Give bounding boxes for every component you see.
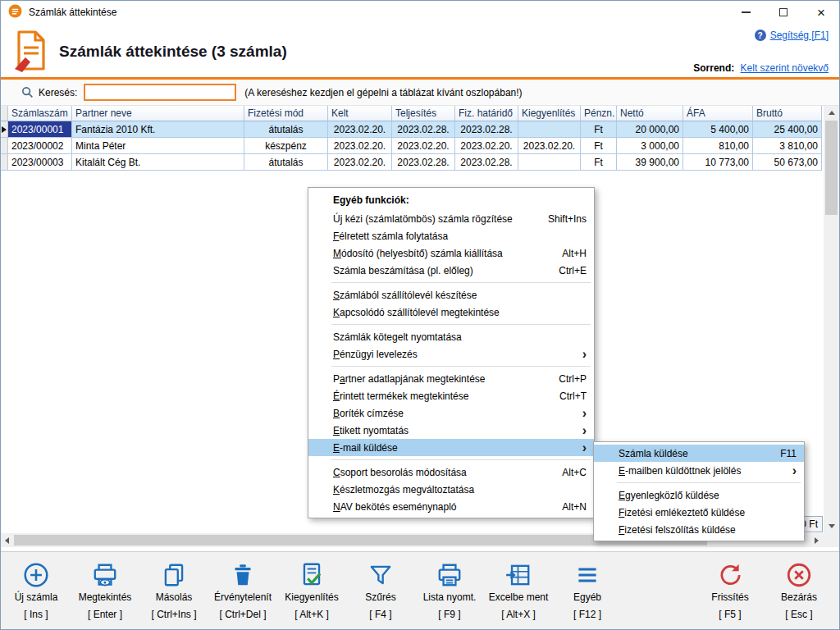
submenu-item[interactable]: Fizetési felszólítás küldése <box>594 521 804 538</box>
vertical-scrollbar[interactable] <box>824 106 839 533</box>
context-menu-title: Egyéb funkciók: <box>308 190 594 210</box>
maximize-button[interactable] <box>765 0 802 25</box>
vertical-scroll-thumb[interactable] <box>825 121 838 215</box>
help-link[interactable]: Segítség [F1] <box>755 30 829 41</box>
sort-order: Sorrend: Kelt szerint növekvő <box>693 62 829 74</box>
toolbar-button-label: Kiegyenlítés <box>285 591 338 603</box>
submenu-item[interactable]: Fizetési emlékeztető küldése <box>594 504 804 521</box>
column-header[interactable]: Számlaszám <box>8 106 72 121</box>
scroll-up-button[interactable] <box>824 106 839 120</box>
menu-item-label: Számlák kötegelt nyomtatása <box>333 331 462 343</box>
submenu-arrow-icon <box>582 407 587 420</box>
table-cell: 10 773,00 <box>683 154 753 171</box>
menu-item[interactable]: Új kézi (számlatömbös) számla rögzítéseS… <box>308 210 594 227</box>
menu-item-label: Számlából szállítólevél készítése <box>333 290 477 301</box>
maximize-icon <box>779 8 788 16</box>
arrow-down-icon <box>829 524 835 528</box>
menu-separator <box>617 482 801 483</box>
page-header: Számlák áttekintése (3 számla) Segítség … <box>0 25 840 77</box>
table-row[interactable]: 2023/00001Fantázia 2010 Kft.átutalás2023… <box>0 121 824 138</box>
submenu-items: Számla küldéseF11E-mailben küldöttnek je… <box>594 445 804 538</box>
toolbar-button-copy[interactable]: Másolás[ Ctrl+Ins ] <box>139 559 208 620</box>
table-cell: 2023.02.20. <box>328 121 392 138</box>
close-icon <box>817 6 825 20</box>
close-button[interactable] <box>802 0 840 25</box>
scroll-left-button[interactable] <box>0 533 14 547</box>
menu-item[interactable]: Számlából szállítólevél készítése <box>308 286 594 304</box>
toolbar-button-print-list[interactable]: Lista nyomt.[ F9 ] <box>415 559 484 620</box>
printer-icon <box>436 559 463 591</box>
submenu-arrow-icon <box>792 464 797 477</box>
scroll-down-button[interactable] <box>824 519 839 533</box>
menu-item-label: Pénzügyi levelezés <box>333 349 418 360</box>
menu-item-label: Érintett termékek megtekintése <box>333 390 468 402</box>
toolbar-button-label: Egyéb <box>573 591 601 603</box>
toolbar-button-settlement[interactable]: Kiegyenlítés[ Alt+K ] <box>277 559 346 620</box>
table-cell: 2023/00002 <box>8 138 72 154</box>
toolbar-button-view[interactable]: Megtekintés[ Enter ] <box>71 559 139 620</box>
menu-item-label: E-mailben küldöttnek jelölés <box>619 465 741 477</box>
menu-item[interactable]: Etikett nyomtatás <box>308 422 594 439</box>
toolbar-button-invalidate[interactable]: Érvénytelenít[ Ctrl+Del ] <box>208 559 277 620</box>
menu-item-label: Fizetési felszólítás küldése <box>619 524 736 536</box>
scrollbar-corner <box>824 533 839 547</box>
column-header[interactable]: Kiegyenlítés <box>518 106 581 121</box>
menu-item[interactable]: Érintett termékek megtekintéseCtrl+T <box>308 387 594 404</box>
submenu-item[interactable]: Egyenlegközlő küldése <box>594 486 804 504</box>
menu-item-label: Boríték címzése <box>333 408 404 419</box>
menu-item[interactable]: Partner adatlapjának megtekintéseCtrl+P <box>308 370 594 387</box>
column-header[interactable]: Pénzn. <box>581 106 617 121</box>
toolbar-button-shortcut: [ F12 ] <box>573 609 601 620</box>
toolbar-button-new-invoice[interactable]: Új számla[ Ins ] <box>2 559 71 620</box>
column-header[interactable]: Fizetési mód <box>244 106 328 121</box>
current-row-arrow-icon <box>2 126 7 133</box>
toolbar-button-label: Szűrés <box>365 591 395 603</box>
menu-item[interactable]: Csoport besorolás módosításaAlt+C <box>308 463 594 481</box>
column-header[interactable]: Bruttó <box>753 106 822 121</box>
table-cell: Fantázia 2010 Kft. <box>72 121 244 138</box>
menu-item[interactable]: NAV bekötés eseménynaplóAlt+N <box>308 498 594 515</box>
menu-item[interactable]: Pénzügyi levelezés <box>308 345 594 363</box>
column-header[interactable]: Kelt <box>328 106 392 121</box>
menu-item[interactable]: Boríték címzése <box>308 404 594 422</box>
scroll-right-button[interactable] <box>810 533 824 547</box>
search-input[interactable] <box>84 84 236 101</box>
column-header[interactable]: Partner neve <box>72 106 244 121</box>
submenu-arrow-icon <box>582 441 587 454</box>
help-link-label: Segítség [F1] <box>770 30 829 41</box>
minimize-button[interactable] <box>727 0 765 25</box>
column-header[interactable]: ÁFA <box>683 106 753 121</box>
sort-order-link[interactable]: Kelt szerint növekvő <box>741 62 829 74</box>
doc-check-icon <box>298 559 326 591</box>
table-cell: 2023.02.20. <box>328 154 392 171</box>
table-cell: 2023.02.20. <box>455 138 518 154</box>
submenu-item[interactable]: Számla küldéseF11 <box>594 445 804 462</box>
toolbar-button-refresh[interactable]: Frissítés[ F5 ] <box>696 559 765 620</box>
table-row[interactable]: 2023/00003Kitalált Cég Bt.átutalás2023.0… <box>0 154 824 171</box>
menu-item[interactable]: Készletmozgás megváltoztatása <box>308 481 594 498</box>
column-header[interactable]: Nettó <box>617 106 683 121</box>
column-header[interactable]: Teljesítés <box>392 106 455 121</box>
submenu-item[interactable]: E-mailben küldöttnek jelölés <box>594 462 804 479</box>
menu-item[interactable]: Félretett számla folytatása <box>308 227 594 244</box>
toolbar-button-export-excel[interactable]: Excelbe ment[ Alt+X ] <box>484 559 553 620</box>
toolbar-button-shortcut: [ F9 ] <box>438 609 460 620</box>
menu-item[interactable]: E-mail küldése <box>308 439 594 456</box>
menu-item-label: Számla küldése <box>619 448 688 459</box>
menu-item[interactable]: Kapcsolódó szállítólevél megtekintése <box>308 304 594 321</box>
window-title: Számlák áttekintése <box>29 7 116 18</box>
menu-shortcut: Alt+C <box>562 467 587 478</box>
menu-item[interactable]: Számla beszámítása (pl. előleg)Ctrl+E <box>308 262 594 279</box>
table-row[interactable]: 2023/00002Minta Péterkészpénz2023.02.20.… <box>0 138 824 154</box>
toolbar-button-other[interactable]: Egyéb[ F12 ] <box>553 559 622 620</box>
toolbar-button-filter[interactable]: Szűrés[ F4 ] <box>346 559 415 620</box>
menu-item[interactable]: Módosító (helyesbítő) számla kiállításaA… <box>308 244 594 262</box>
table-cell: 2023.02.28. <box>455 121 518 138</box>
submenu-arrow-icon <box>582 348 587 361</box>
toolbar-button-close[interactable]: Bezárás[ Esc ] <box>765 559 833 620</box>
menu-item[interactable]: Számlák kötegelt nyomtatása <box>308 328 594 345</box>
plus-circle-icon <box>22 559 50 591</box>
question-icon <box>755 30 766 41</box>
table-cell <box>518 121 581 138</box>
column-header[interactable]: Fiz. határidő <box>455 106 518 121</box>
